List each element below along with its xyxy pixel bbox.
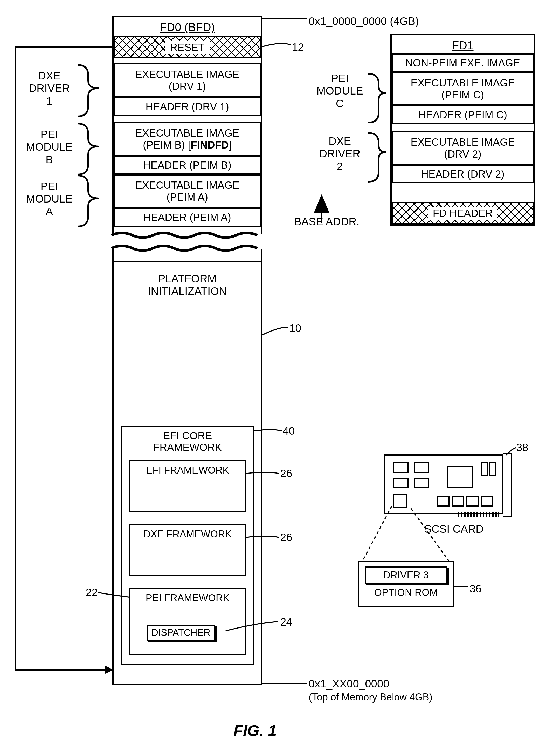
fd1-peimc-exec: EXECUTABLE IMAGE (PEIM C) <box>392 72 534 106</box>
fd0-drv1-header: HEADER (DRV 1) <box>113 97 261 116</box>
findfd-bold: FINDFD <box>191 139 229 151</box>
svg-line-1 <box>363 506 392 561</box>
fd1-nonpeim: NON-PEIM EXE. IMAGE <box>392 54 534 72</box>
efi-framework: EFI FRAMEWORK <box>129 460 246 512</box>
fd0-peimb-header: HEADER (PEIM B) <box>113 156 261 175</box>
option-rom: DRIVER 3 OPTION ROM <box>358 561 454 608</box>
pei-framework: PEI FRAMEWORK <box>129 588 246 655</box>
option-rom-label: OPTION ROM <box>359 586 453 602</box>
addr-bottom-note: (Top of Memory Below 4GB) <box>309 692 469 703</box>
callout-36: 36 <box>469 582 482 595</box>
fd0-peima-exec: EXECUTABLE IMAGE (PEIM A) <box>113 175 261 208</box>
base-addr-label: BASE ADDR. <box>285 215 368 228</box>
fd1-title: FD1 <box>392 35 534 54</box>
callout-10: 10 <box>289 322 301 334</box>
callout-12: 12 <box>292 41 304 54</box>
fd0-divider <box>113 261 261 262</box>
callout-40: 40 <box>283 425 295 437</box>
fd1-fd-header-label: FD HEADER <box>428 207 497 220</box>
label-pei-module-a: PEI MODULE A <box>21 180 78 218</box>
label-dxe-driver-2: DXE DRIVER 2 <box>311 135 368 173</box>
fd0-title: FD0 (BFD) <box>113 17 261 35</box>
dxe-framework: DXE FRAMEWORK <box>129 524 246 576</box>
fd0-reset: RESET <box>113 37 261 58</box>
fd1-fd-header: FD HEADER <box>392 202 534 224</box>
fd0-peimb-exec: EXECUTABLE IMAGE (PEIM B) [FINDFD] <box>113 122 261 156</box>
label-pei-module-c: PEI MODULE C <box>311 72 368 110</box>
scsi-bracket-plate <box>503 453 512 517</box>
driver3: DRIVER 3 <box>365 566 447 584</box>
addr-top: 0x1_0000_0000 (4GB) <box>309 15 469 27</box>
callout-38: 38 <box>516 441 528 454</box>
fd1-drv2-exec: EXECUTABLE IMAGE (DRV 2) <box>392 131 534 164</box>
scsi-card <box>384 454 503 514</box>
addr-bottom-hex: 0x1_XX00_0000 <box>309 678 444 690</box>
callout-26b: 26 <box>280 531 292 544</box>
callout-22: 22 <box>86 586 98 599</box>
dispatcher: DISPATCHER <box>147 625 215 641</box>
callout-26a: 26 <box>280 467 292 480</box>
fd1-drv2-header: HEADER (DRV 2) <box>392 164 534 183</box>
fd0-reset-label: RESET <box>165 41 210 54</box>
fd0-platform-init: PLATFORM INITIALIZATION <box>113 273 261 298</box>
callout-24: 24 <box>280 616 292 628</box>
fd0-peima-header: HEADER (PEIM A) <box>113 208 261 227</box>
fd1-peimc-header: HEADER (PEIM C) <box>392 106 534 124</box>
scsi-card-label: SCSI CARD <box>410 523 498 535</box>
label-pei-module-b: PEI MODULE B <box>21 128 78 166</box>
figure-caption: FIG. 1 <box>233 722 277 740</box>
fd0-drv1-exec: EXECUTABLE IMAGE (DRV 1) <box>113 63 261 97</box>
label-dxe-driver-1: DXE DRIVER 1 <box>21 70 78 107</box>
efi-core-title: EFI CORE FRAMEWORK <box>123 427 253 456</box>
